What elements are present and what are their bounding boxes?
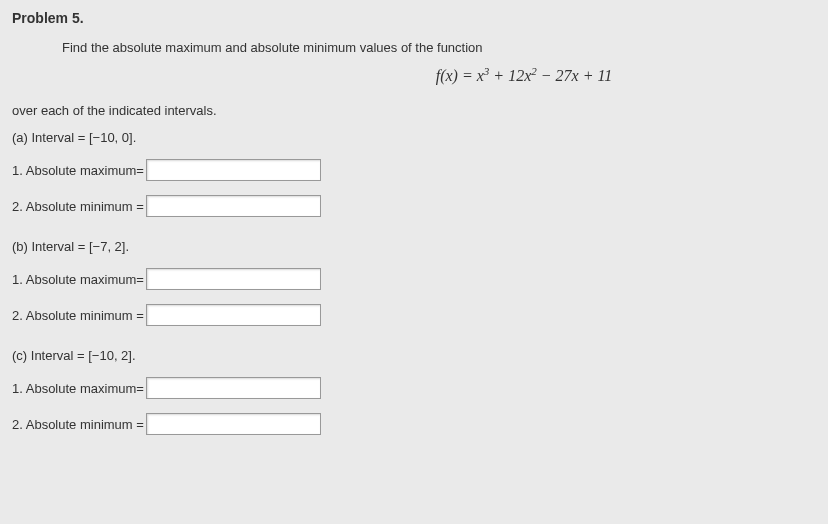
part-a-max-row: 1. Absolute maximum=: [12, 159, 816, 181]
part-b-max-row: 1. Absolute maximum=: [12, 268, 816, 290]
part-b-min-input[interactable]: [146, 304, 321, 326]
interval-b-label: (b) Interval = [−7, 2].: [12, 239, 816, 254]
interval-a-label: (a) Interval = [−10, 0].: [12, 130, 816, 145]
part-c-max-input[interactable]: [146, 377, 321, 399]
part-a-min-row: 2. Absolute minimum =: [12, 195, 816, 217]
part-c-max-row: 1. Absolute maximum=: [12, 377, 816, 399]
part-c-max-label: 1. Absolute maximum=: [12, 381, 144, 396]
part-b-min-label: 2. Absolute minimum =: [12, 308, 144, 323]
part-c-min-label: 2. Absolute minimum =: [12, 417, 144, 432]
part-a-min-input[interactable]: [146, 195, 321, 217]
problem-container: Problem 5. Find the absolute maximum and…: [0, 0, 828, 459]
problem-instruction: Find the absolute maximum and absolute m…: [62, 40, 816, 55]
part-a-max-label: 1. Absolute maximum=: [12, 163, 144, 178]
part-a-max-input[interactable]: [146, 159, 321, 181]
part-b-max-input[interactable]: [146, 268, 321, 290]
part-b-min-row: 2. Absolute minimum =: [12, 304, 816, 326]
interval-c-label: (c) Interval = [−10, 2].: [12, 348, 816, 363]
problem-title: Problem 5.: [12, 10, 816, 26]
function-equation: f(x) = x3 + 12x2 − 27x + 11: [12, 65, 816, 85]
part-a-min-label: 2. Absolute minimum =: [12, 199, 144, 214]
part-b-max-label: 1. Absolute maximum=: [12, 272, 144, 287]
part-c-min-row: 2. Absolute minimum =: [12, 413, 816, 435]
problem-subtext: over each of the indicated intervals.: [12, 103, 816, 118]
part-c-min-input[interactable]: [146, 413, 321, 435]
